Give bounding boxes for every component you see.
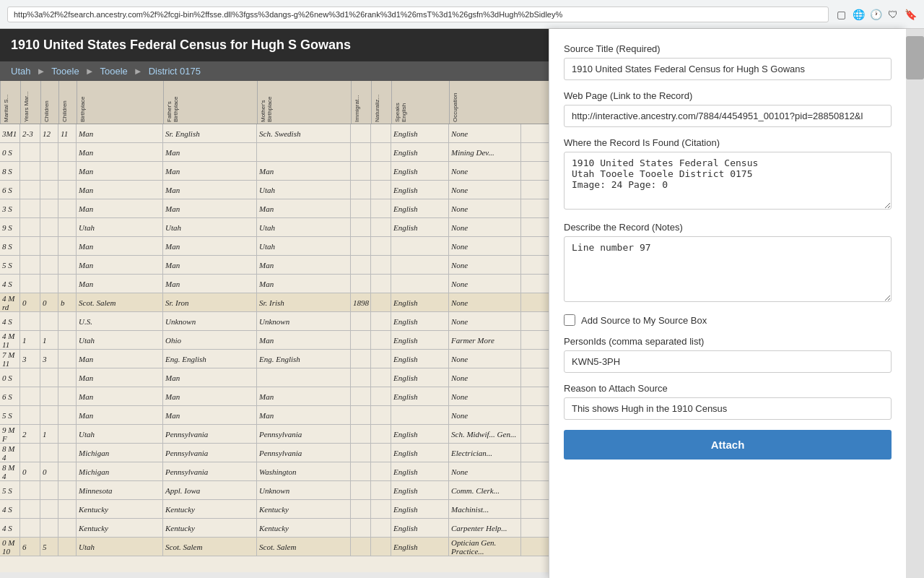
cell: Kentucky bbox=[163, 519, 257, 537]
cell bbox=[40, 368, 58, 387]
cell bbox=[371, 406, 391, 424]
cell: Pennsylvania bbox=[163, 462, 257, 480]
cell: Unknown bbox=[163, 312, 257, 330]
table-row: 9 M F 2 1 Utah Pennsylvania Pennsylvania… bbox=[0, 425, 549, 444]
cell bbox=[351, 406, 371, 424]
bookmark-icon[interactable]: 🔖 bbox=[904, 8, 917, 21]
col-father-birth: Father's Birthplace bbox=[163, 81, 257, 124]
address-bar[interactable]: http%3a%2f%2fsearch.ancestry.com%2f%2fcg… bbox=[7, 7, 829, 22]
census-breadcrumb: Utah ► Tooele ► Tooele ► District 0175 bbox=[0, 61, 549, 81]
cell: 9 M F bbox=[0, 425, 20, 443]
person-ids-input[interactable] bbox=[564, 350, 892, 373]
table-row: 9 S Utah Utah Utah English None bbox=[0, 218, 549, 237]
source-title-input[interactable] bbox=[564, 58, 892, 80]
cell bbox=[371, 256, 391, 274]
cell bbox=[40, 199, 58, 217]
cell: None bbox=[449, 199, 521, 217]
source-form-panel: Source Title (Required) Web Page (Link t… bbox=[549, 29, 906, 578]
cell bbox=[20, 519, 40, 537]
scrollbar[interactable] bbox=[906, 29, 924, 578]
cell: Utah bbox=[77, 218, 163, 236]
web-page-input[interactable] bbox=[564, 105, 892, 127]
cell: English bbox=[391, 519, 449, 537]
cell: Farmer More bbox=[449, 331, 521, 349]
cell: 0 M 10 bbox=[0, 538, 20, 556]
cell bbox=[351, 350, 371, 368]
cell: 6 S bbox=[0, 181, 20, 199]
notes-textarea[interactable]: Line number 97 bbox=[564, 236, 892, 302]
globe-icon[interactable]: 🌐 bbox=[852, 8, 865, 21]
cell bbox=[371, 218, 391, 236]
shield-icon[interactable]: 🛡 bbox=[886, 8, 899, 21]
cell: Man bbox=[163, 181, 257, 199]
col-english: Speaks English bbox=[391, 81, 449, 124]
add-source-checkbox[interactable] bbox=[564, 314, 575, 326]
census-rows-area: 3M1 2-3 12 11 Man Sr. English Sch. Swedi… bbox=[0, 124, 549, 572]
cell bbox=[371, 124, 391, 142]
cell: Sch. Swedish bbox=[257, 124, 351, 142]
table-row: 8 M 4 0 0 Michigan Pennsylvania Washingt… bbox=[0, 462, 549, 481]
cell: Kentucky bbox=[77, 519, 163, 537]
col-mother-birth: Mother's Birthplace bbox=[257, 81, 351, 124]
cell: English bbox=[391, 218, 449, 236]
cell: Utah bbox=[163, 218, 257, 236]
cell: Man bbox=[163, 256, 257, 274]
cell: Man bbox=[257, 199, 351, 217]
cell: Man bbox=[77, 181, 163, 199]
cell: 2-3 bbox=[20, 124, 40, 142]
cell bbox=[20, 481, 40, 499]
cell: 0 bbox=[20, 462, 40, 480]
cell bbox=[351, 425, 371, 443]
col-years: Years Mar... bbox=[20, 81, 40, 124]
cell bbox=[58, 275, 77, 293]
cell: Minnesota bbox=[77, 481, 163, 499]
cell: English bbox=[391, 293, 449, 311]
attach-button[interactable]: Attach bbox=[564, 430, 892, 460]
scrollbar-thumb[interactable] bbox=[906, 36, 924, 79]
citation-group: Where the Record Is Found (Citation) 191… bbox=[564, 137, 892, 212]
cell: None bbox=[449, 181, 521, 199]
cell bbox=[371, 481, 391, 499]
cell bbox=[257, 368, 351, 387]
cell: 12 bbox=[40, 124, 58, 142]
add-source-row: Add Source to My Source Box bbox=[564, 314, 892, 326]
citation-textarea[interactable]: 1910 United States Federal Census Utah T… bbox=[564, 152, 892, 210]
monitor-icon[interactable]: ▢ bbox=[834, 8, 847, 21]
cell bbox=[351, 312, 371, 330]
web-page-group: Web Page (Link to the Record) bbox=[564, 90, 892, 127]
col-children2: Children bbox=[58, 81, 77, 124]
breadcrumb-state: Utah bbox=[11, 66, 30, 77]
cell: Man bbox=[163, 237, 257, 255]
census-area: 1910 United States Federal Census for Hu… bbox=[0, 29, 549, 578]
cell bbox=[58, 199, 77, 217]
cell: None bbox=[449, 462, 521, 480]
cell: Unknown bbox=[257, 312, 351, 330]
separator-1: ► bbox=[36, 66, 45, 77]
cell bbox=[371, 199, 391, 217]
cell: 0 S bbox=[0, 143, 20, 161]
cell: 1 bbox=[20, 331, 40, 349]
cell: 4 M rd bbox=[0, 293, 20, 311]
cell bbox=[371, 519, 391, 537]
cell: Utah bbox=[257, 237, 351, 255]
cell: 3 bbox=[40, 350, 58, 368]
cell bbox=[351, 481, 371, 499]
reason-input[interactable] bbox=[564, 397, 892, 420]
cell bbox=[40, 519, 58, 537]
cell: Optician Gen. Practice... bbox=[449, 538, 521, 556]
history-icon[interactable]: 🕐 bbox=[869, 8, 882, 21]
cell: Mining Dev... bbox=[449, 143, 521, 161]
cell bbox=[40, 444, 58, 462]
cell bbox=[351, 500, 371, 518]
cell: 4 M 11 bbox=[0, 331, 20, 349]
cell: 3 S bbox=[0, 199, 20, 217]
census-image: Marital S... Years Mar... Children Child… bbox=[0, 81, 549, 572]
table-row: 4 S Kentucky Kentucky Kentucky English C… bbox=[0, 519, 549, 538]
cell: Man bbox=[77, 387, 163, 405]
cell: 8 M 4 bbox=[0, 462, 20, 480]
cell: 11 bbox=[58, 124, 77, 142]
cell: Kentucky bbox=[163, 500, 257, 518]
cell: 5 S bbox=[0, 481, 20, 499]
cell bbox=[20, 500, 40, 518]
cell bbox=[40, 256, 58, 274]
